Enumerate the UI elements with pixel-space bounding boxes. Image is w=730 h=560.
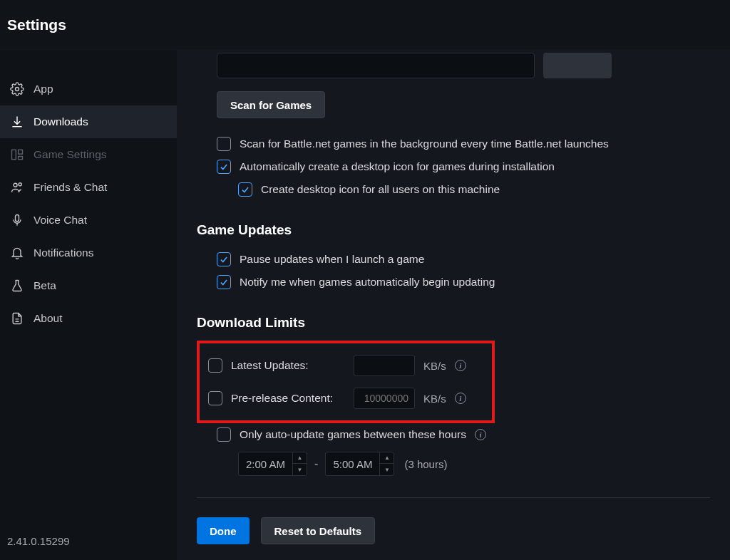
label-notify-updates: Notify me when games automatically begin… bbox=[240, 276, 495, 289]
input-prerelease-limit[interactable] bbox=[354, 388, 415, 409]
sidebar-item-label: Game Settings bbox=[34, 148, 107, 161]
row-notify-updates: Notify me when games automatically begin… bbox=[197, 271, 710, 294]
hours-range: 2:00 AM ▲ ▼ - 5:00 AM ▲ ▼ (3 hours) bbox=[197, 446, 710, 482]
label-all-users-icon: Create desktop icon for all users on thi… bbox=[261, 183, 500, 196]
info-icon[interactable]: i bbox=[475, 429, 486, 440]
unit-prerelease-limit: KB/s bbox=[423, 393, 446, 405]
checkbox-hours-limit[interactable] bbox=[217, 427, 231, 442]
checkbox-pause-updates[interactable] bbox=[217, 252, 231, 266]
label-hours-limit: Only auto-update games between these hou… bbox=[240, 428, 466, 441]
section-title-game-updates: Game Updates bbox=[197, 222, 710, 238]
hours-duration: (3 hours) bbox=[404, 458, 447, 470]
svg-point-4 bbox=[14, 183, 17, 187]
svg-point-0 bbox=[16, 88, 19, 91]
checkbox-all-users-icon[interactable] bbox=[238, 182, 252, 197]
time-to-value: 5:00 AM bbox=[326, 458, 379, 470]
svg-point-5 bbox=[19, 183, 21, 186]
checkbox-scan-background[interactable] bbox=[217, 137, 231, 151]
reset-defaults-button[interactable]: Reset to Defaults bbox=[261, 517, 376, 544]
people-icon bbox=[10, 180, 24, 195]
gear-icon bbox=[10, 82, 24, 96]
label-prerelease-limit: Pre-release Content: bbox=[231, 392, 345, 405]
download-limits-highlight: Latest Updates: KB/s i Pre-release Conte… bbox=[197, 341, 495, 423]
time-from-value: 2:00 AM bbox=[239, 458, 292, 470]
download-icon bbox=[10, 115, 24, 129]
row-hours-limit: Only auto-update games between these hou… bbox=[197, 423, 710, 446]
sidebar-item-voice[interactable]: Voice Chat bbox=[0, 204, 177, 237]
install-path-input[interactable] bbox=[217, 53, 535, 78]
sidebar-item-friends[interactable]: Friends & Chat bbox=[0, 171, 177, 204]
label-auto-desktop-icon: Automatically create a desktop icon for … bbox=[240, 160, 555, 173]
sidebar-item-beta[interactable]: Beta bbox=[0, 269, 177, 302]
checkbox-latest-limit[interactable] bbox=[208, 358, 222, 373]
row-auto-desktop-icon: Automatically create a desktop icon for … bbox=[197, 155, 710, 178]
scan-for-games-button[interactable]: Scan for Games bbox=[217, 91, 325, 118]
sidebar-item-label: Friends & Chat bbox=[34, 181, 107, 194]
label-latest-limit: Latest Updates: bbox=[231, 359, 345, 372]
sidebar-item-label: Beta bbox=[34, 279, 56, 292]
svg-rect-1 bbox=[12, 150, 16, 159]
sidebar: App Downloads Game Settings Friends & Ch… bbox=[0, 50, 177, 560]
info-icon[interactable]: i bbox=[455, 360, 466, 371]
sidebar-item-label: App bbox=[34, 83, 53, 95]
svg-rect-6 bbox=[16, 215, 19, 222]
sidebar-item-label: Downloads bbox=[34, 115, 88, 128]
info-icon[interactable]: i bbox=[455, 393, 466, 404]
flask-icon bbox=[10, 279, 24, 293]
sidebar-item-game-settings: Game Settings bbox=[0, 138, 177, 171]
sidebar-item-downloads[interactable]: Downloads bbox=[0, 105, 177, 138]
sidebar-item-notifications[interactable]: Notifications bbox=[0, 237, 177, 269]
stepper-down-icon[interactable]: ▼ bbox=[293, 464, 307, 476]
main-content: Scan for Games Scan for Battle.net games… bbox=[177, 50, 730, 560]
document-icon bbox=[10, 311, 24, 326]
change-path-button[interactable] bbox=[543, 53, 612, 78]
header: Settings bbox=[0, 0, 730, 50]
range-separator: - bbox=[313, 457, 319, 470]
checkbox-prerelease-limit[interactable] bbox=[208, 391, 222, 405]
checkbox-auto-desktop-icon[interactable] bbox=[217, 160, 231, 174]
app-version: 2.41.0.15299 bbox=[0, 535, 177, 560]
row-scan-background: Scan for Battle.net games in the backgro… bbox=[197, 133, 710, 155]
layout-icon bbox=[10, 147, 24, 162]
bell-icon bbox=[10, 246, 24, 260]
label-scan-background: Scan for Battle.net games in the backgro… bbox=[240, 138, 609, 150]
label-pause-updates: Pause updates when I launch a game bbox=[240, 253, 424, 266]
checkbox-notify-updates[interactable] bbox=[217, 275, 231, 289]
stepper-down-icon[interactable]: ▼ bbox=[380, 464, 394, 476]
done-button[interactable]: Done bbox=[197, 517, 250, 544]
row-latest-limit: Latest Updates: KB/s i bbox=[208, 349, 483, 382]
sidebar-item-label: About bbox=[34, 312, 63, 325]
sidebar-item-app[interactable]: App bbox=[0, 73, 177, 105]
footer: Done Reset to Defaults bbox=[177, 502, 730, 560]
microphone-icon bbox=[10, 213, 24, 227]
sidebar-item-label: Voice Chat bbox=[34, 214, 87, 227]
divider bbox=[197, 497, 710, 498]
section-title-download-limits: Download Limits bbox=[197, 315, 710, 331]
time-to[interactable]: 5:00 AM ▲ ▼ bbox=[325, 452, 394, 476]
svg-rect-3 bbox=[19, 157, 23, 160]
svg-rect-2 bbox=[19, 150, 23, 154]
unit-latest-limit: KB/s bbox=[423, 360, 446, 372]
stepper-up-icon[interactable]: ▲ bbox=[380, 452, 394, 464]
row-prerelease-limit: Pre-release Content: KB/s i bbox=[208, 382, 483, 415]
sidebar-item-about[interactable]: About bbox=[0, 302, 177, 335]
row-pause-updates: Pause updates when I launch a game bbox=[197, 248, 710, 271]
time-from[interactable]: 2:00 AM ▲ ▼ bbox=[238, 452, 307, 476]
page-title: Settings bbox=[7, 16, 66, 33]
stepper-up-icon[interactable]: ▲ bbox=[293, 452, 307, 464]
input-latest-limit[interactable] bbox=[354, 355, 415, 376]
row-all-users-icon: Create desktop icon for all users on thi… bbox=[197, 178, 710, 201]
sidebar-item-label: Notifications bbox=[34, 247, 93, 259]
